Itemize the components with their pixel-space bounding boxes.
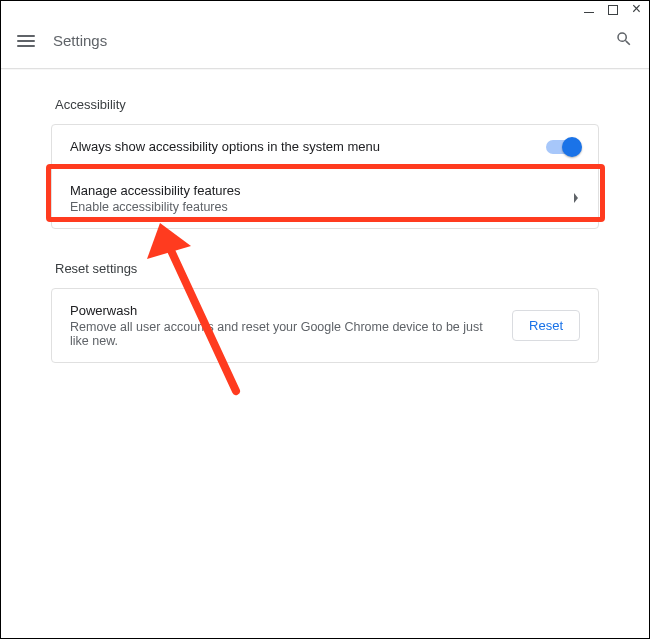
minimize-icon[interactable] — [584, 5, 594, 15]
manage-accessibility-row[interactable]: Manage accessibility features Enable acc… — [52, 168, 598, 228]
close-icon[interactable]: × — [632, 4, 641, 14]
powerwash-row: Powerwash Remove all user accounts and r… — [52, 289, 598, 362]
chevron-right-icon — [572, 191, 580, 206]
reset-button[interactable]: Reset — [512, 310, 580, 341]
section-heading-accessibility: Accessibility — [55, 97, 595, 112]
manage-accessibility-title: Manage accessibility features — [70, 183, 560, 198]
window-controls: × — [584, 5, 641, 15]
manage-accessibility-subtitle: Enable accessibility features — [70, 200, 560, 214]
powerwash-title: Powerwash — [70, 303, 500, 318]
section-heading-reset: Reset settings — [55, 261, 595, 276]
search-icon[interactable] — [615, 30, 633, 51]
maximize-icon[interactable] — [608, 5, 618, 15]
app-topbar: Settings — [1, 13, 649, 69]
settings-content: Accessibility Always show accessibility … — [1, 69, 649, 363]
accessibility-toggle-label: Always show accessibility options in the… — [70, 139, 534, 154]
reset-card: Powerwash Remove all user accounts and r… — [51, 288, 599, 363]
accessibility-card: Always show accessibility options in the… — [51, 124, 599, 229]
powerwash-subtitle: Remove all user accounts and reset your … — [70, 320, 500, 348]
accessibility-toggle-row[interactable]: Always show accessibility options in the… — [52, 125, 598, 168]
page-title: Settings — [53, 32, 615, 49]
menu-icon[interactable] — [17, 35, 35, 47]
accessibility-toggle-switch[interactable] — [546, 140, 580, 154]
